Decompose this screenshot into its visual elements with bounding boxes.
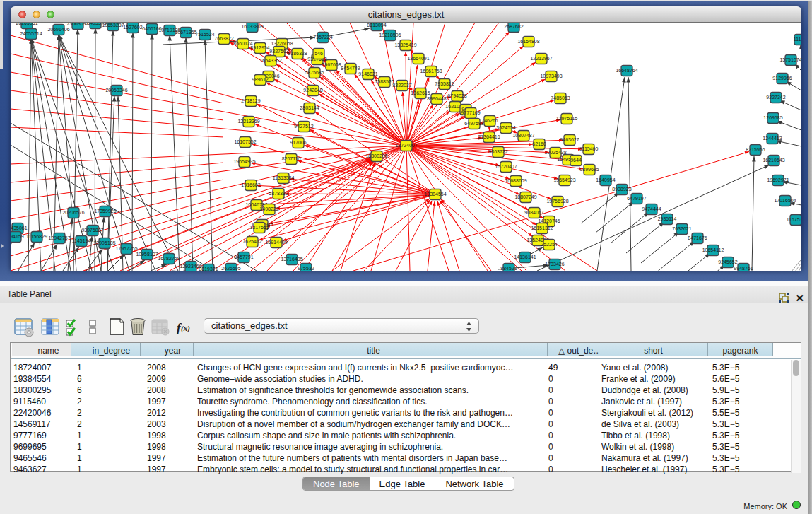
svg-text:7632621: 7632621 <box>672 226 691 231</box>
svg-text:11123: 11123 <box>794 37 801 42</box>
svg-text:1244413: 1244413 <box>763 136 782 141</box>
svg-text:8938923: 8938923 <box>612 187 631 192</box>
svg-text:3624554: 3624554 <box>496 125 515 130</box>
svg-text:1733426: 1733426 <box>545 262 564 267</box>
svg-text:2935114: 2935114 <box>658 216 677 221</box>
svg-text:8990448: 8990448 <box>427 96 446 101</box>
svg-text:16210643: 16210643 <box>763 158 784 163</box>
svg-text:10654112: 10654112 <box>702 247 724 252</box>
svg-text:16107552: 16107552 <box>234 139 256 144</box>
svg-text:9644: 9644 <box>570 158 582 163</box>
svg-text:9084067: 9084067 <box>524 210 543 215</box>
svg-text:19692971: 19692971 <box>767 177 789 182</box>
svg-text:9245652: 9245652 <box>718 259 737 264</box>
svg-text:19654935: 19654935 <box>233 159 255 164</box>
svg-text:1498222: 1498222 <box>259 206 278 211</box>
svg-text:62160: 62160 <box>532 141 546 146</box>
svg-text:16543362: 16543362 <box>259 58 281 63</box>
svg-text:1145194: 1145194 <box>72 238 91 243</box>
svg-text:5878332: 5878332 <box>269 191 288 196</box>
svg-text:24055714: 24055714 <box>20 31 42 36</box>
svg-text:8471676: 8471676 <box>688 235 707 240</box>
svg-text:93975887: 93975887 <box>81 228 103 233</box>
svg-text:1317555: 1317555 <box>249 225 269 230</box>
svg-text:2967608: 2967608 <box>322 62 341 67</box>
svg-text:17359926: 17359926 <box>94 209 116 214</box>
svg-text:16033809: 16033809 <box>241 24 263 29</box>
svg-text:6794028: 6794028 <box>447 93 466 98</box>
svg-text:16782759: 16782759 <box>158 256 180 261</box>
svg-text:1588520: 1588520 <box>375 79 394 84</box>
svg-text:917006: 917006 <box>290 140 306 145</box>
svg-text:6479197: 6479197 <box>627 196 646 201</box>
svg-text:394159: 394159 <box>11 234 24 239</box>
svg-text:2718129: 2718129 <box>241 98 260 103</box>
svg-text:2687682: 2687682 <box>504 24 523 29</box>
svg-text:9435061: 9435061 <box>11 226 28 230</box>
svg-text:1916682: 1916682 <box>241 182 260 187</box>
svg-text:989612: 989612 <box>252 77 268 82</box>
svg-text:19218506: 19218506 <box>379 33 401 37</box>
svg-text:16648764: 16648764 <box>616 68 637 73</box>
svg-text:17957255: 17957255 <box>115 246 137 251</box>
svg-text:7625402: 7625402 <box>242 239 261 244</box>
svg-text:5875685: 5875685 <box>305 70 324 75</box>
svg-text:8186328: 8186328 <box>288 51 307 56</box>
svg-text:19756928: 19756928 <box>546 199 568 204</box>
svg-text:18724007: 18724007 <box>395 143 417 148</box>
svg-text:9146821: 9146821 <box>358 71 377 76</box>
svg-text:18807249: 18807249 <box>514 194 536 199</box>
svg-text:546: 546 <box>314 51 323 56</box>
svg-text:2626505: 2626505 <box>221 266 240 271</box>
svg-text:2803144: 2803144 <box>300 105 319 110</box>
svg-text:9463627: 9463627 <box>560 137 579 142</box>
svg-text:252254: 252254 <box>541 242 557 247</box>
svg-text:19384554: 19384554 <box>424 192 446 197</box>
svg-text:16151312: 16151312 <box>531 226 553 230</box>
svg-text:20691406: 20691406 <box>47 27 69 32</box>
svg-text:9115460: 9115460 <box>579 146 599 151</box>
svg-text:746266: 746266 <box>481 118 498 123</box>
svg-text:10653287: 10653287 <box>102 23 124 28</box>
svg-text:15751074: 15751074 <box>779 57 801 62</box>
svg-text:1640954: 1640954 <box>596 177 615 182</box>
svg-text:14136141: 14136141 <box>514 255 536 259</box>
svg-text:13664091: 13664091 <box>407 56 429 61</box>
svg-text:21364416: 21364416 <box>478 134 500 139</box>
svg-text:19654923: 19654923 <box>553 177 575 182</box>
svg-text:8912954: 8912954 <box>250 45 269 50</box>
svg-text:9948761: 9948761 <box>734 266 753 271</box>
svg-text:9242848: 9242848 <box>303 88 322 93</box>
svg-text:9129966: 9129966 <box>772 76 792 81</box>
svg-text:7515524: 7515524 <box>195 32 214 37</box>
svg-text:13226058: 13226058 <box>271 41 293 46</box>
svg-text:7357224: 7357224 <box>313 35 332 40</box>
svg-text:12975115: 12975115 <box>556 116 578 121</box>
svg-text:9457791: 9457791 <box>234 255 253 259</box>
svg-text:12213369: 12213369 <box>237 119 259 124</box>
svg-text:10807487: 10807487 <box>512 133 534 138</box>
svg-text:9227342: 9227342 <box>766 95 785 100</box>
svg-text:9327503: 9327503 <box>269 49 288 54</box>
svg-text:8454749: 8454749 <box>341 66 360 71</box>
svg-text:12213967: 12213967 <box>530 56 552 61</box>
svg-text:16961758: 16961758 <box>420 69 442 74</box>
svg-text:8215955: 8215955 <box>746 147 765 152</box>
svg-text:12905185: 12905185 <box>93 240 115 245</box>
svg-text:975532: 975532 <box>298 266 314 271</box>
svg-text:1209585: 1209585 <box>763 115 782 120</box>
svg-text:9777169: 9777169 <box>461 110 480 115</box>
svg-text:884521: 884521 <box>500 266 517 271</box>
svg-text:1362615: 1362615 <box>411 90 430 95</box>
svg-text:10973493: 10973493 <box>540 74 562 78</box>
svg-text:9474444: 9474444 <box>642 206 661 211</box>
svg-text:0899695: 0899695 <box>579 167 599 172</box>
svg-text:7955812: 7955812 <box>435 81 454 86</box>
svg-text:26265051: 26265051 <box>16 23 37 25</box>
svg-text:16914409: 16914409 <box>265 240 287 245</box>
svg-text:1527602: 1527602 <box>123 25 142 30</box>
svg-text:8813094: 8813094 <box>367 23 386 28</box>
svg-text:7663822: 7663822 <box>214 36 233 41</box>
svg-text:9427512: 9427512 <box>294 124 313 129</box>
svg-text:20206576: 20206576 <box>62 210 84 215</box>
